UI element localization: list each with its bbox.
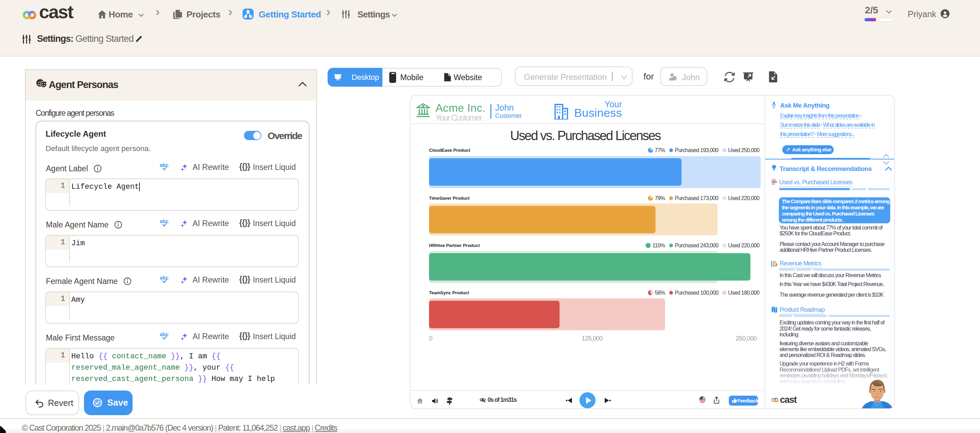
svg-text:abc: abc — [160, 162, 169, 168]
svg-text:abc: abc — [160, 218, 169, 224]
svg-text:abc: abc — [160, 331, 169, 337]
svg-text:abc: abc — [160, 275, 169, 280]
